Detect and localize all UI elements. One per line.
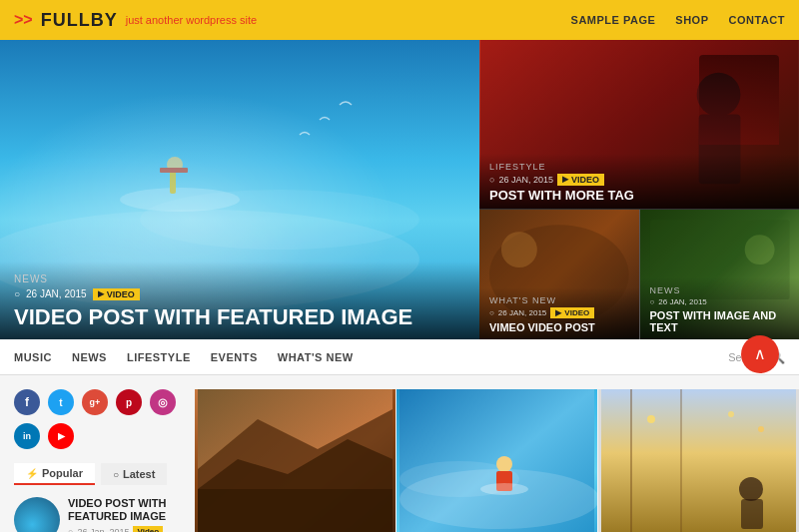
sub-nav-news[interactable]: NEWS [72,351,107,363]
sub-nav-music[interactable]: MUSIC [14,351,52,363]
hero-ml-category: WHAT'S NEW [489,295,629,305]
hero-main-video-tag: VIDEO [93,288,140,300]
svg-point-10 [501,232,537,267]
hero-mid-left-post[interactable]: WHAT'S NEW ○ 26 JAN, 2015 VIDEO VIMEO VI… [479,210,639,339]
sidebar-post-1-meta: ○ 26 Jan, 2015 Video [68,526,181,532]
linkedin-icon[interactable]: in [14,423,40,449]
content-area: f t g+ p ◎ in ▶ ⚡ Popular ○ Latest [0,375,799,532]
svg-point-28 [758,426,764,432]
sidebar-post-1-thumb [14,497,60,532]
sidebar-post-1[interactable]: VIDEO POST WITH FEATURED IMAGE ○ 26 Jan,… [14,497,181,532]
tab-latest[interactable]: ○ Latest [101,463,167,485]
hero-section: NEWS ○ 26 JAN, 2015 VIDEO VIDEO POST WIT… [0,40,799,339]
svg-rect-16 [198,489,393,532]
main-nav: SAMPLE PAGE SHOP CONTACT [571,14,785,26]
svg-point-7 [697,73,741,117]
post-card-2[interactable]: LIFESTYLE GALLERY POST [397,389,597,532]
lightning-icon: ⚡ [26,468,38,479]
hero-top-right-overlay: LIFESTYLE ○ 26 JAN, 2015 VIDEO POST WITH… [479,154,799,209]
google-plus-icon[interactable]: g+ [82,389,108,415]
hero-ml-meta: ○ 26 JAN, 2015 VIDEO [489,307,629,318]
sub-nav-whats-new[interactable]: WHAT'S NEW [278,351,354,363]
post-card-1[interactable]: UNCATEGORIZED HELLO WORLD! [195,389,396,532]
hero-tr-video-tag: VIDEO [557,174,604,186]
hero-ml-overlay: WHAT'S NEW ○ 26 JAN, 2015 VIDEO VIMEO VI… [479,287,639,339]
svg-point-20 [496,456,512,472]
sidebar-post-1-info: VIDEO POST WITH FEATURED IMAGE ○ 26 Jan,… [68,497,181,532]
hero-tr-meta: ○ 26 JAN, 2015 VIDEO [489,174,789,186]
svg-point-29 [739,477,763,501]
hero-right-panels: LIFESTYLE ○ 26 JAN, 2015 VIDEO POST WITH… [479,40,799,339]
hero-mr-category: NEWS [650,285,790,295]
social-icons: f t g+ p ◎ in ▶ [14,389,181,449]
circle-icon: ○ [113,469,119,480]
hero-mr-meta: ○ 26 JAN, 2015 [650,297,790,306]
logo-tagline: just another wordpress site [126,14,257,26]
nav-shop[interactable]: SHOP [675,14,708,26]
chevron-up-icon: ∧ [754,346,766,362]
svg-point-27 [728,411,734,417]
logo-text[interactable]: FULLBY [41,10,118,31]
hero-ml-video-tag: VIDEO [550,307,594,318]
hero-main-meta: ○ 26 JAN, 2015 VIDEO [14,288,465,300]
facebook-icon[interactable]: f [14,389,40,415]
hero-mr-title: POST WITH IMAGE AND TEXT [650,309,790,333]
sub-nav-links: MUSIC NEWS LIFESTYLE EVENTS WHAT'S NEW [14,351,354,363]
tab-popular-label: Popular [42,467,83,479]
sub-nav: MUSIC NEWS LIFESTYLE EVENTS WHAT'S NEW S… [0,339,799,375]
svg-rect-5 [160,168,188,173]
hero-mr-date: 26 JAN, 2015 [658,297,706,306]
twitter-icon[interactable]: t [48,389,74,415]
hero-tr-category: LIFESTYLE [489,162,789,172]
hero-main-date: 26 JAN, 2015 [26,288,87,299]
instagram-icon[interactable]: ◎ [150,389,176,415]
hero-main-post[interactable]: NEWS ○ 26 JAN, 2015 VIDEO VIDEO POST WIT… [0,40,479,339]
hero-tr-title: POST WITH MORE TAG [489,189,789,203]
hero-main-overlay: NEWS ○ 26 JAN, 2015 VIDEO VIDEO POST WIT… [0,262,479,339]
clock-icon: ○ [14,288,20,299]
svg-point-2 [120,188,240,212]
sub-nav-events[interactable]: EVENTS [211,351,258,363]
hero-tr-date: 26 JAN, 2015 [498,175,553,185]
nav-contact[interactable]: CONTACT [729,14,785,26]
sidebar-tabs: ⚡ Popular ○ Latest [14,463,181,485]
hero-bottom-row: WHAT'S NEW ○ 26 JAN, 2015 VIDEO VIMEO VI… [479,210,799,339]
post-card-3[interactable] [598,389,799,532]
sidebar-post-1-date: 26 Jan, 2015 [77,527,129,532]
pinterest-icon[interactable]: p [116,389,142,415]
svg-rect-3 [170,170,176,194]
sidebar-post-1-tag: Video [133,526,163,532]
sidebar: f t g+ p ◎ in ▶ ⚡ Popular ○ Latest [0,389,195,532]
svg-point-12 [744,235,774,265]
hero-main-title: VIDEO POST WITH FEATURED IMAGE [14,305,465,329]
svg-point-26 [647,415,655,423]
svg-rect-30 [741,499,763,529]
sub-nav-lifestyle[interactable]: LIFESTYLE [127,351,191,363]
hero-mr-overlay: NEWS ○ 26 JAN, 2015 POST WITH IMAGE AND … [640,277,800,339]
svg-point-22 [480,483,528,495]
logo-chevrons: >> [14,11,33,29]
clock-icon-1: ○ [68,527,73,532]
hero-ml-date: 26 JAN, 2015 [498,308,546,317]
hero-main-category: NEWS [14,273,465,284]
hero-ml-title: VIMEO VIDEO POST [489,321,629,333]
logo-area: >> FULLBY just another wordpress site [14,10,257,31]
tab-latest-label: Latest [123,468,155,480]
main-posts-grid: UNCATEGORIZED HELLO WORLD! [195,389,799,532]
hero-mid-right-post[interactable]: NEWS ○ 26 JAN, 2015 POST WITH IMAGE AND … [639,210,800,339]
tab-popular[interactable]: ⚡ Popular [14,463,95,485]
youtube-icon[interactable]: ▶ [48,423,74,449]
scroll-to-top-button[interactable]: ∧ [741,335,779,373]
sidebar-post-1-title: VIDEO POST WITH FEATURED IMAGE [68,497,181,523]
header: >> FULLBY just another wordpress site SA… [0,0,799,40]
nav-sample-page[interactable]: SAMPLE PAGE [571,14,656,26]
hero-top-right-post[interactable]: LIFESTYLE ○ 26 JAN, 2015 VIDEO POST WITH… [479,40,799,210]
